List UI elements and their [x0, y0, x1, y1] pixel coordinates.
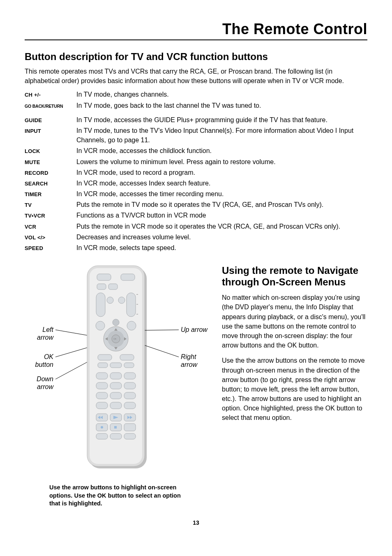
def-row: TV•VCRFunctions as a TV/VCR button in VC… — [25, 211, 367, 220]
def-term: LOCK — [25, 148, 76, 154]
def-desc: In TV mode, changes channels. — [76, 90, 367, 99]
def-row: INPUTIn TV mode, tunes to the TV's Video… — [25, 126, 367, 145]
svg-point-58 — [101, 426, 103, 429]
def-term: MUTE — [25, 159, 76, 165]
svg-point-21 — [127, 321, 136, 330]
svg-point-15 — [118, 297, 125, 303]
def-desc: In VCR mode, accesses Index search featu… — [76, 178, 367, 188]
nav-instructions-column: Using the remote to Navigate through On-… — [222, 265, 367, 508]
svg-rect-40 — [124, 382, 136, 389]
svg-rect-62 — [124, 433, 136, 439]
svg-rect-8 — [97, 274, 111, 280]
svg-rect-44 — [96, 402, 108, 409]
label-left-arrow: Left arrow — [25, 326, 53, 341]
svg-rect-11 — [108, 284, 118, 290]
def-desc: Puts the remote in VCR mode so it operat… — [76, 222, 367, 231]
remote-control-icon: OK — [86, 265, 148, 470]
def-row: SPEEDIn VCR mode, selects tape speed. — [25, 243, 367, 253]
def-desc: In VCR mode, used to record a program. — [76, 168, 367, 177]
svg-rect-37 — [124, 373, 136, 379]
def-term: VOL </> — [25, 234, 76, 241]
def-desc: In TV mode, tunes to the TV's Video Inpu… — [76, 126, 367, 145]
svg-rect-41 — [96, 392, 108, 399]
def-term: SPEED — [25, 245, 76, 251]
manual-page: The Remote Control Button description fo… — [0, 0, 392, 538]
def-term: SEARCH — [25, 181, 76, 187]
def-row: TVPuts the remote in TV mode so it opera… — [25, 200, 367, 209]
label-down-arrow: Down arrow — [25, 375, 53, 391]
page-title: The Remote Control — [25, 21, 367, 40]
page-number: 13 — [25, 519, 367, 526]
svg-point-20 — [113, 319, 119, 326]
def-term: TV•VCR — [25, 213, 76, 219]
def-row: GUIDEIn TV mode, accesses the GUIDE Plus… — [25, 115, 367, 125]
remote-diagram: Left arrow OK button Down arrow Up arrow… — [25, 265, 210, 479]
nav-paragraph-1: No matter which on-screen display you're… — [222, 293, 367, 350]
def-row: SEARCHIn VCR mode, accesses Index search… — [25, 178, 367, 188]
def-row: LOCKIn VCR mode, accesses the childlock … — [25, 146, 367, 155]
figure-caption: Use the arrow buttons to highlight on-sc… — [49, 484, 185, 508]
label-ok-button: OK button — [25, 353, 53, 368]
section-button-desc-intro: This remote operates most TVs and VCRs t… — [25, 67, 367, 86]
svg-rect-39 — [110, 382, 122, 389]
svg-rect-42 — [110, 392, 122, 399]
remote-figure-column: Left arrow OK button Down arrow Up arrow… — [25, 265, 210, 508]
def-desc: Functions as a TV/VCR button in VCR mode — [76, 211, 367, 220]
svg-rect-10 — [97, 284, 106, 290]
svg-rect-38 — [96, 382, 108, 389]
label-right-arrow: Right arrow — [181, 353, 214, 368]
svg-rect-12 — [96, 293, 105, 317]
svg-rect-43 — [124, 392, 136, 399]
svg-rect-45 — [110, 402, 122, 409]
def-term: GO BACK/RETURN — [25, 104, 76, 109]
nav-paragraph-2: Use the the arrow buttons on the remote … — [222, 356, 367, 422]
def-desc: In TV mode, goes back to the last channe… — [76, 101, 367, 110]
def-term: TIMER — [25, 191, 76, 197]
svg-rect-60 — [96, 433, 108, 439]
svg-rect-13 — [127, 293, 136, 317]
def-term: TV — [25, 202, 76, 208]
svg-rect-57 — [124, 424, 136, 431]
svg-text:OK: OK — [113, 338, 117, 340]
svg-point-14 — [107, 297, 113, 303]
def-desc: Decreases and increases volume level. — [76, 232, 367, 242]
def-desc: Lowers the volume to minimum level. Pres… — [76, 157, 367, 167]
svg-rect-33 — [98, 363, 108, 368]
button-definition-list: CH +/-In TV mode, changes channels.GO BA… — [25, 90, 367, 253]
def-desc: In VCR mode, accesses the childlock func… — [76, 146, 367, 155]
svg-rect-34 — [124, 363, 134, 368]
svg-rect-61 — [110, 433, 122, 439]
def-desc: In VCR mode, accesses the timer recordin… — [76, 189, 367, 199]
section-nav-title: Using the remote to Navigate through On-… — [222, 265, 367, 288]
def-row: RECORDIn VCR mode, used to record a prog… — [25, 168, 367, 177]
def-desc: In TV mode, accesses the GUIDE Plus+ pro… — [76, 115, 367, 125]
def-term: GUIDE — [25, 117, 76, 123]
svg-rect-32 — [110, 363, 122, 368]
svg-rect-31 — [120, 354, 134, 360]
svg-rect-59 — [114, 426, 117, 429]
def-desc: In VCR mode, selects tape speed. — [76, 243, 367, 253]
def-row: TIMERIn VCR mode, accesses the timer rec… — [25, 189, 367, 199]
def-row: MUTELowers the volume to minimum level. … — [25, 157, 367, 167]
section-button-desc-title: Button description for TV and VCR functi… — [25, 51, 367, 63]
svg-rect-30 — [98, 354, 112, 360]
def-term: RECORD — [25, 170, 76, 176]
svg-rect-9 — [121, 274, 135, 280]
lower-columns: Left arrow OK button Down arrow Up arrow… — [25, 265, 367, 508]
def-term: INPUT — [25, 128, 76, 134]
label-up-arrow: Up arrow — [181, 326, 214, 334]
def-term: CH +/- — [25, 92, 76, 98]
def-row: VCRPuts the remote in VCR mode so it ope… — [25, 222, 367, 231]
svg-rect-36 — [110, 373, 122, 379]
svg-rect-46 — [124, 402, 136, 409]
def-desc: Puts the remote in TV mode so it operate… — [76, 200, 367, 209]
def-term: VCR — [25, 224, 76, 230]
svg-point-19 — [96, 321, 105, 330]
def-row: GO BACK/RETURNIn TV mode, goes back to t… — [25, 101, 367, 110]
def-row: CH +/-In TV mode, changes channels. — [25, 90, 367, 99]
def-row: VOL </>Decreases and increases volume le… — [25, 232, 367, 242]
svg-rect-35 — [96, 373, 108, 379]
